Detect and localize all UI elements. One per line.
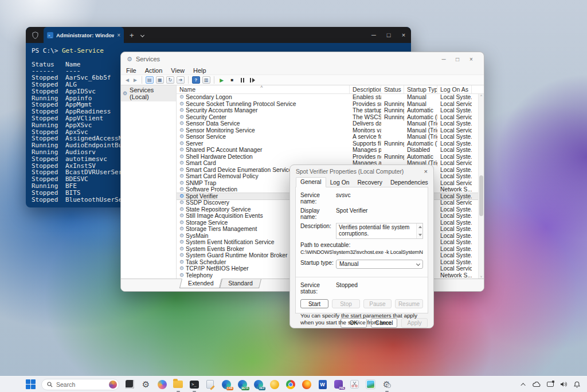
help-icon[interactable]: ?	[192, 76, 200, 84]
tab-standard[interactable]: Standard	[220, 279, 261, 288]
services-tree-pane: ⚙ Services (Local)	[121, 85, 177, 279]
new-tab-button[interactable]: +	[130, 31, 134, 40]
scroll-up-icon[interactable]: ˄	[479, 94, 484, 97]
tab-extended[interactable]: Extended	[179, 279, 222, 288]
service-icon: ⚙	[179, 226, 184, 232]
resume-button[interactable]: Resume	[395, 299, 423, 308]
file-explorer-icon[interactable]	[173, 379, 183, 390]
start-button[interactable]: Start	[300, 299, 328, 308]
pause-service-icon[interactable]	[238, 78, 246, 83]
column-header-description[interactable]: Description	[350, 85, 381, 93]
services-minimize-button[interactable]: ─	[437, 56, 451, 62]
scroll-down-icon[interactable]	[418, 234, 422, 236]
services-titlebar[interactable]: ⚙ Services ─ □ ×	[121, 52, 484, 66]
settings-gear-icon[interactable]: ⚙	[140, 379, 151, 390]
notification-bell-icon[interactable]	[574, 381, 580, 388]
widgets-app-icon[interactable]	[124, 379, 135, 390]
service-row[interactable]: ⚙Shell Hardware Detection Provides no...…	[177, 154, 478, 160]
startup-type-select[interactable]: Manual	[336, 260, 423, 269]
service-row[interactable]: ⚙Secure Socket Tunneling Protocol Servic…	[177, 101, 478, 108]
terminal-tab[interactable]: >_ Administrator: Windows Pow ×	[44, 27, 124, 43]
menu-action[interactable]: Action	[145, 67, 163, 74]
column-header-startup-type[interactable]: Startup Type	[404, 85, 437, 93]
tab-recovery[interactable]: Recovery	[353, 178, 386, 187]
dialog-tabs: General Log On Recovery Dependencies	[296, 178, 433, 187]
service-logon-as: Local Syste...	[437, 140, 472, 147]
export-list-icon[interactable]: ➔	[177, 76, 185, 84]
service-row[interactable]: ⚙Security Accounts Manager The startup .…	[177, 107, 478, 114]
volume-icon[interactable]	[560, 381, 568, 387]
forward-icon[interactable]: ►	[132, 77, 138, 83]
copilot-icon[interactable]	[156, 379, 167, 390]
tray-overflow-chevron-icon[interactable]	[521, 383, 525, 387]
tab-general[interactable]: General	[296, 177, 326, 187]
service-row[interactable]: ⚙Sensor Service A service fo... Manual (…	[177, 134, 478, 140]
search-highlights-icon[interactable]	[109, 381, 117, 389]
service-row[interactable]: ⚙Secondary Logon Enables star... Manual …	[177, 94, 478, 101]
admin-shield-icon	[32, 32, 38, 39]
stop-button[interactable]: Stop	[332, 299, 360, 308]
service-row[interactable]: ⚙Shared PC Account Manager Manages pr...…	[177, 147, 478, 154]
edge-canary-icon[interactable]: CAN	[221, 379, 232, 390]
description-scrollbar[interactable]	[416, 224, 422, 238]
terminal-minimize-button[interactable]: ─	[366, 32, 381, 38]
dialog-titlebar[interactable]: Spot Verifier Properties (Local Computer…	[290, 165, 433, 178]
tab-close-icon[interactable]: ×	[117, 32, 120, 38]
services-scrollbar[interactable]: ˄ ˅	[478, 94, 484, 279]
network-icon[interactable]	[547, 382, 554, 387]
service-icon: ⚙	[179, 273, 184, 278]
terminal-row-name: Audiosrv	[65, 149, 96, 156]
terminal-row-status: Stopped	[32, 156, 65, 163]
service-row[interactable]: ⚙Sensor Data Service Delivers dat... Man…	[177, 120, 478, 127]
show-console-tree-icon[interactable]: ▤	[146, 76, 154, 84]
firefox-icon[interactable]	[301, 379, 312, 390]
tab-log-on[interactable]: Log On	[326, 178, 354, 187]
tab-dropdown-icon[interactable]	[141, 34, 144, 37]
terminal-app-icon[interactable]: >_	[189, 379, 199, 390]
service-icon: ⚙	[179, 246, 184, 252]
search-box[interactable]: Search	[41, 379, 119, 390]
back-icon[interactable]: ◄	[124, 77, 130, 83]
services-app-icon[interactable]: ⚙	[381, 379, 392, 390]
description-textbox[interactable]: Verifies potential file system corruptio…	[336, 223, 423, 239]
powertoys-icon[interactable]: PRE	[333, 379, 344, 390]
word-icon[interactable]: W	[317, 379, 328, 390]
scroll-up-icon[interactable]	[418, 226, 422, 228]
chrome-icon[interactable]	[285, 379, 296, 390]
start-service-icon[interactable]: ▶	[218, 77, 226, 83]
dialog-close-icon[interactable]: ×	[424, 168, 428, 175]
start-button[interactable]	[25, 379, 36, 390]
menu-file[interactable]: File	[126, 67, 136, 74]
services-close-button[interactable]: ×	[464, 56, 478, 62]
onedrive-cloud-icon[interactable]	[532, 382, 541, 387]
menu-help[interactable]: Help	[193, 67, 206, 74]
extended-view-icon[interactable]: ▥	[202, 76, 210, 84]
service-status: Running	[381, 107, 404, 113]
photos-icon[interactable]	[365, 379, 376, 390]
chrome-canary-icon[interactable]	[269, 379, 280, 390]
document-edit-icon[interactable]	[205, 379, 216, 390]
service-row[interactable]: ⚙Security Center The WSCSV... Running Au…	[177, 114, 478, 121]
edge-dev-icon[interactable]: DEV	[253, 379, 264, 390]
column-header-logon-as[interactable]: Log On As	[437, 85, 472, 93]
terminal-titlebar[interactable]: >_ Administrator: Windows Pow × + ─ □ ×	[26, 27, 411, 43]
service-row[interactable]: ⚙Server Supports fil... Running Automati…	[177, 140, 478, 147]
stop-service-icon[interactable]: ■	[228, 77, 236, 83]
scroll-down-icon[interactable]: ˅	[479, 275, 484, 279]
snipping-tool-icon[interactable]	[349, 379, 360, 390]
tab-dependencies[interactable]: Dependencies	[386, 178, 432, 187]
properties-icon[interactable]: ▦	[156, 76, 164, 84]
services-maximize-button[interactable]: □	[451, 56, 464, 62]
menu-view[interactable]: View	[171, 67, 185, 74]
column-header-name[interactable]: Name	[177, 85, 350, 93]
column-header-status[interactable]: Status	[381, 85, 404, 93]
tree-item-services-local[interactable]: ⚙ Services (Local)	[121, 85, 176, 101]
refresh-icon[interactable]: ↻	[166, 76, 174, 84]
edge-beta-icon[interactable]: BETA	[237, 379, 248, 390]
terminal-maximize-button[interactable]: □	[381, 32, 396, 38]
scrollbar-thumb[interactable]	[479, 175, 483, 216]
service-row[interactable]: ⚙Sensor Monitoring Service Monitors va..…	[177, 127, 478, 134]
pause-button[interactable]: Pause	[363, 299, 392, 308]
terminal-close-button[interactable]: ×	[396, 32, 411, 38]
restart-service-icon[interactable]	[249, 78, 257, 83]
